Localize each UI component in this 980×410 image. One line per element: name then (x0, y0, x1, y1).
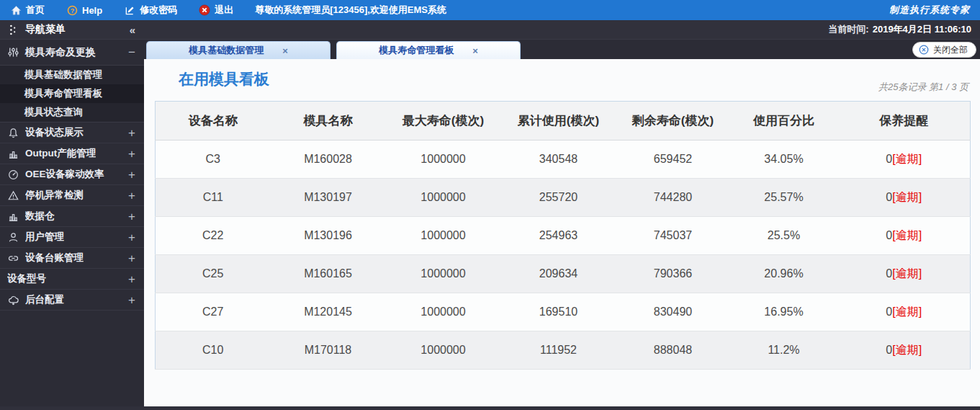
sidebar-menu-item[interactable]: 后台配置+ (0, 290, 144, 311)
change-password-button[interactable]: 修改密码 (124, 4, 177, 17)
table-cell-device: C25 (156, 255, 271, 293)
home-button[interactable]: 首页 (10, 4, 45, 17)
sidebar-menu-item[interactable]: OEE设备稼动效率+ (0, 164, 144, 185)
sidebar-item-label: OEE设备稼动效率 (25, 168, 104, 181)
table-cell-max-life: 1000000 (386, 179, 501, 217)
close-circle-icon (918, 44, 930, 55)
home-icon (10, 4, 22, 16)
table-cell-max-life: 1000000 (386, 141, 501, 179)
current-time-label: 当前时间: (828, 23, 868, 36)
table-cell-device: C11 (156, 179, 271, 217)
ledger-icon (7, 252, 19, 264)
table-cell-used: 254963 (501, 217, 616, 255)
sidebar-item-label: 设备状态展示 (25, 126, 84, 139)
sidebar-menu-items: 设备状态展示+Output产能管理+OEE设备稼动效率+停机异常检测+数据仓+用… (0, 122, 144, 311)
secondary-bar: 导航菜单 « 当前时间: 2019年4月2日 11:06:10 (0, 20, 980, 40)
expand-plus-icon[interactable]: + (128, 190, 135, 202)
maintenance-count: 0 (886, 267, 892, 280)
table-cell-remaining: 790366 (616, 255, 730, 293)
expand-plus-icon[interactable]: + (128, 148, 135, 160)
sidebar-menu-item[interactable]: Output产能管理+ (0, 143, 144, 164)
overdue-badge: [逾期] (892, 306, 922, 318)
tab-close-icon[interactable]: × (282, 45, 288, 56)
expand-plus-icon[interactable]: + (128, 127, 135, 139)
app-window: 首页 ? Help 修改密码 退出 尊敬的系统管理员[123456],欢迎使用E… (0, 0, 980, 410)
table-cell-maintenance: 0[逾期] (838, 217, 971, 255)
close-all-button[interactable]: 关闭全部 (912, 42, 976, 58)
nav-menu-header: 导航菜单 « (0, 20, 144, 39)
logout-icon (199, 4, 210, 16)
help-button[interactable]: ? Help (66, 4, 102, 16)
tab-label: 模具寿命管理看板 (379, 44, 454, 57)
cloud-icon (7, 294, 19, 306)
table-cell-max-life: 1000000 (386, 217, 501, 255)
table-header-cell: 最大寿命(模次) (386, 102, 501, 141)
table-cell-maintenance: 0[逾期] (838, 255, 971, 293)
sidebar-submenu-item[interactable]: 模具状态查询 (0, 103, 144, 122)
change-password-label: 修改密码 (140, 4, 177, 17)
sidebar-item-label: 设备型号 (7, 272, 46, 285)
table-header-row: 设备名称模具名称最大寿命(模次)累计使用(模次)剩余寿命(模次)使用百分比保养提… (156, 102, 971, 141)
table-header-cell: 模具名称 (271, 102, 386, 141)
gauge-icon (7, 169, 19, 180)
sidebar-menu-item[interactable]: 设备台账管理+ (0, 248, 144, 269)
bell-icon (7, 127, 19, 138)
table-cell-maintenance: 0[逾期] (838, 293, 971, 331)
time-bar: 当前时间: 2019年4月2日 11:06:10 (144, 20, 980, 39)
table-header-cell: 剩余寿命(模次) (616, 102, 730, 141)
collapse-minus-icon[interactable]: − (128, 46, 135, 58)
table-row: C22M130196100000025496374503725.5%0[逾期] (156, 217, 971, 255)
expand-plus-icon[interactable]: + (128, 169, 135, 181)
sidebar-submenu-item[interactable]: 模具寿命管理看板 (0, 84, 144, 103)
sidebar-submenu: 模具基础数据管理模具寿命管理看板模具状态查询 (0, 66, 144, 122)
logout-label: 退出 (215, 4, 233, 17)
table-cell-maintenance: 0[逾期] (838, 179, 971, 217)
maintenance-count: 0 (886, 306, 892, 318)
sidebar-submenu-item[interactable]: 模具基础数据管理 (0, 66, 144, 84)
table-header-cell: 保养提醒 (838, 102, 971, 141)
table-cell-mold: M130196 (271, 217, 386, 255)
expand-plus-icon[interactable]: + (128, 252, 135, 264)
nav-menu-title: 导航菜单 (25, 23, 66, 36)
mold-board-table: 设备名称模具名称最大寿命(模次)累计使用(模次)剩余寿命(模次)使用百分比保养提… (155, 101, 971, 370)
help-icon: ? (66, 4, 78, 16)
main-panel: 模具基础数据管理 × 模具寿命管理看板 × 关闭全部 在用模具看板 共25条记录… (144, 40, 980, 406)
expand-plus-icon[interactable]: + (128, 294, 135, 306)
table-body: C3M160028100000034054865945234.05%0[逾期]C… (156, 141, 971, 370)
maintenance-count: 0 (886, 153, 892, 165)
table-row: C10M170118100000011195288804811.2%0[逾期] (156, 331, 971, 370)
tab-mold-basic-data[interactable]: 模具基础数据管理 × (146, 41, 331, 59)
sidebar-menu-item[interactable]: 设备型号+ (0, 269, 144, 290)
expand-plus-icon[interactable]: + (128, 273, 135, 285)
sidebar-group-mold-life[interactable]: 模具寿命及更换 − (0, 40, 144, 66)
table-header-cell: 累计使用(模次) (501, 102, 616, 141)
close-all-label: 关闭全部 (933, 44, 968, 56)
table-cell-used: 111952 (501, 331, 616, 370)
table-cell-remaining: 745037 (616, 217, 730, 255)
expand-plus-icon[interactable]: + (128, 231, 135, 244)
overdue-badge: [逾期] (892, 229, 922, 241)
sidebar-item-label: 设备台账管理 (25, 251, 84, 264)
table-cell-percent: 11.2% (730, 331, 838, 370)
table-cell-used: 209634 (501, 255, 616, 293)
sidebar-menu-item[interactable]: 设备状态展示+ (0, 122, 144, 143)
collapse-sidebar-icon[interactable]: « (130, 24, 135, 36)
drag-dots-icon (7, 24, 19, 35)
table-cell-mold: M170118 (271, 331, 386, 370)
expand-plus-icon[interactable]: + (128, 210, 135, 223)
tab-label: 模具基础数据管理 (189, 44, 264, 57)
sidebar-item-label: 后台配置 (25, 293, 64, 306)
sidebar-item-label: 数据仓 (25, 210, 55, 223)
help-label: Help (82, 5, 102, 16)
logout-button[interactable]: 退出 (199, 4, 233, 17)
table-cell-mold: M120145 (271, 293, 386, 331)
sidebar-menu-item[interactable]: 停机异常检测+ (0, 185, 144, 206)
table-cell-remaining: 744280 (616, 179, 730, 217)
sidebar-menu-item[interactable]: 数据仓+ (0, 206, 144, 227)
table-cell-used: 169510 (501, 293, 616, 331)
table-header-cell: 使用百分比 (730, 102, 838, 141)
sidebar-menu-item[interactable]: 用户管理+ (0, 227, 144, 248)
tab-mold-life-board[interactable]: 模具寿命管理看板 × (336, 41, 521, 59)
table-cell-mold: M160165 (271, 255, 386, 293)
tab-close-icon[interactable]: × (472, 45, 478, 56)
